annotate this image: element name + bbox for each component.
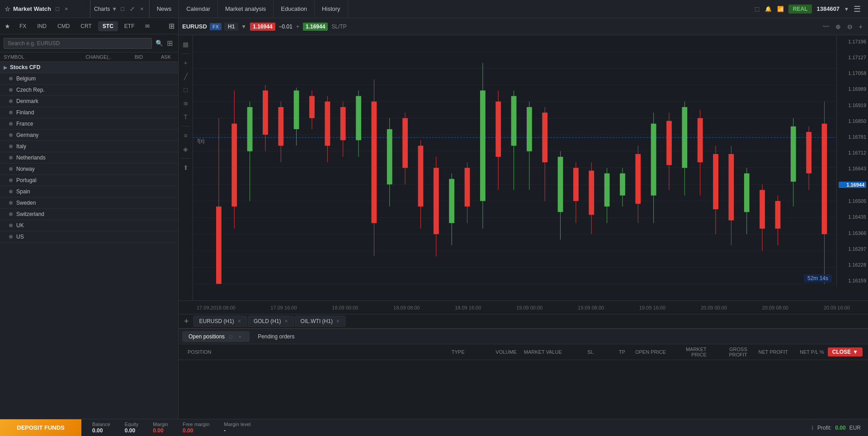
status-right: ℹ Profit: 0.00 EUR (804, 425, 868, 431)
tab-education[interactable]: Education (274, 0, 315, 18)
time-label: 17.09 16:00 (270, 305, 297, 310)
search-button[interactable]: 🔍 (154, 38, 165, 48)
share-tool[interactable]: ⬆ (180, 162, 192, 173)
col-market-value: MARKET VALUE (520, 349, 566, 355)
list-item[interactable]: Norway (0, 164, 178, 175)
add-chart-button[interactable]: + (180, 316, 193, 327)
chart-tab-label: OIL.WTI (H1) (301, 318, 333, 324)
account-dropdown-btn[interactable]: ▼ (844, 6, 849, 12)
list-item[interactable]: Switzerland (0, 209, 178, 220)
tab-etf[interactable]: ETF (120, 21, 139, 31)
rectangle-tool[interactable]: □ (180, 84, 192, 95)
tab-pending-orders[interactable]: Pending orders (251, 332, 301, 342)
charts-window-expand[interactable]: ⤢ (128, 5, 137, 13)
search-input[interactable] (4, 38, 152, 49)
list-item[interactable]: Germany (0, 130, 178, 141)
status-dot (9, 178, 13, 182)
chart-type-tool[interactable]: ▦ (180, 39, 192, 50)
symbol-name: Czech Rep. (16, 87, 175, 93)
svg-rect-97 (822, 124, 827, 234)
chart-tab-oil[interactable]: OIL.WTI (H1) × (295, 316, 345, 327)
list-item[interactable]: UK (0, 220, 178, 231)
open-positions-close[interactable]: × (237, 333, 243, 340)
list-item[interactable]: Denmark (0, 96, 178, 107)
grid-view-button[interactable]: ⊞ (165, 37, 175, 49)
text-tool[interactable]: T (180, 112, 192, 122)
time-axis: 17.09.2018 08:00 17.09 16:00 18.09 00:00… (179, 300, 868, 314)
svg-rect-51 (465, 168, 470, 207)
layout-grid-icon[interactable]: ⊞ (167, 20, 176, 32)
deposit-funds-button[interactable]: DEPOSIT FUNDS (0, 419, 81, 436)
svg-rect-61 (542, 113, 547, 162)
close-gold-tab[interactable]: × (285, 318, 288, 324)
tab-crt[interactable]: CRT (76, 21, 96, 31)
margin-level-label: Margin level (224, 422, 250, 427)
chart-tab-eurusd[interactable]: EURUSD (H1) × (193, 316, 247, 327)
bell-icon[interactable]: 🔔 (765, 6, 772, 12)
trend-line-tool[interactable]: ╱ (180, 71, 192, 82)
fibonacci-tool[interactable]: ≋ (180, 98, 192, 109)
chart-timeframe[interactable]: H1 (224, 23, 238, 31)
chart-tab-label: GOLD (H1) (254, 318, 281, 324)
tab-envelope[interactable]: ✉ (141, 21, 154, 31)
open-positions-minimize[interactable]: □ (227, 333, 234, 340)
list-item[interactable]: US (0, 231, 178, 243)
layers-tool[interactable]: ◈ (180, 144, 192, 155)
star-icon: ☆ (5, 5, 10, 13)
list-item[interactable]: Italy (0, 141, 178, 152)
zoom-fit-btn[interactable]: ⊕ (834, 22, 843, 31)
close-market-watch-button[interactable]: × (63, 5, 70, 13)
svg-rect-23 (247, 107, 253, 151)
sl-tp-label[interactable]: SL/TP (331, 23, 346, 30)
tab-open-positions[interactable]: Open positions □ × (182, 331, 250, 342)
add-tool-btn[interactable]: + (857, 22, 864, 31)
price-level: 1.16712 (839, 150, 866, 155)
close-dropdown-icon[interactable]: ▼ (853, 349, 858, 355)
time-label: 18.09 08:00 (393, 305, 420, 310)
charts-window-minimize[interactable]: □ (119, 5, 126, 13)
close-oil-tab[interactable]: × (336, 318, 340, 324)
tab-stc[interactable]: STC (98, 21, 118, 31)
tab-star[interactable]: ★ (2, 21, 13, 32)
tab-calendar[interactable]: Calendar (179, 0, 218, 18)
chart-tab-gold[interactable]: GOLD (H1) × (248, 316, 294, 327)
price-level: 1.16850 (839, 118, 866, 124)
close-eurusd-tab[interactable]: × (238, 318, 241, 324)
crosshair-tool[interactable]: + (180, 57, 192, 68)
charts-window-close[interactable]: × (138, 5, 146, 13)
tab-cmd[interactable]: CMD (53, 21, 74, 31)
profit-label: Profit: (817, 425, 831, 431)
tab-history[interactable]: History (315, 0, 348, 18)
indicator-tool-btn[interactable]: 〰 (821, 22, 831, 31)
list-item[interactable]: Portugal (0, 175, 178, 186)
zoom-out-btn[interactable]: ⊖ (845, 22, 854, 31)
list-item[interactable]: Belgium (0, 73, 178, 84)
svg-rect-83 (713, 154, 718, 209)
nav-tabs: News Calendar Market analysis Education … (150, 0, 747, 18)
chart-tab-label: EURUSD (H1) (199, 318, 234, 324)
list-item[interactable]: France (0, 118, 178, 130)
status-dot (9, 167, 13, 171)
tab-news[interactable]: News (150, 0, 179, 18)
close-all-button[interactable]: CLOSE ▼ (828, 347, 863, 356)
minimize-button[interactable]: □ (54, 5, 61, 13)
list-item[interactable]: Czech Rep. (0, 84, 178, 96)
time-label: 19.09 08:00 (578, 305, 604, 310)
tab-market-analysis[interactable]: Market analysis (218, 0, 274, 18)
timeframe-dropdown-icon[interactable]: ▼ (241, 23, 246, 30)
tab-fx[interactable]: FX (15, 21, 31, 31)
tool-divider (181, 53, 190, 54)
indicator-panel-tool[interactable]: ≡ (180, 130, 192, 141)
hamburger-menu-button[interactable]: ☰ (854, 4, 861, 14)
status-dot (9, 224, 13, 227)
col-symbol: SYMBOL (4, 54, 71, 60)
tab-ind[interactable]: IND (33, 21, 51, 31)
list-item[interactable]: Finland (0, 107, 178, 118)
list-item[interactable]: Spain (0, 186, 178, 197)
charts-dropdown-icon[interactable]: ▼ (112, 6, 117, 12)
price-level: 1.16159 (839, 278, 866, 283)
list-item[interactable]: Netherlands (0, 152, 178, 164)
svg-rect-73 (635, 154, 641, 204)
list-item[interactable]: Sweden (0, 197, 178, 209)
group-header-stocks-cfd[interactable]: ▶ Stocks CFD (0, 62, 178, 73)
